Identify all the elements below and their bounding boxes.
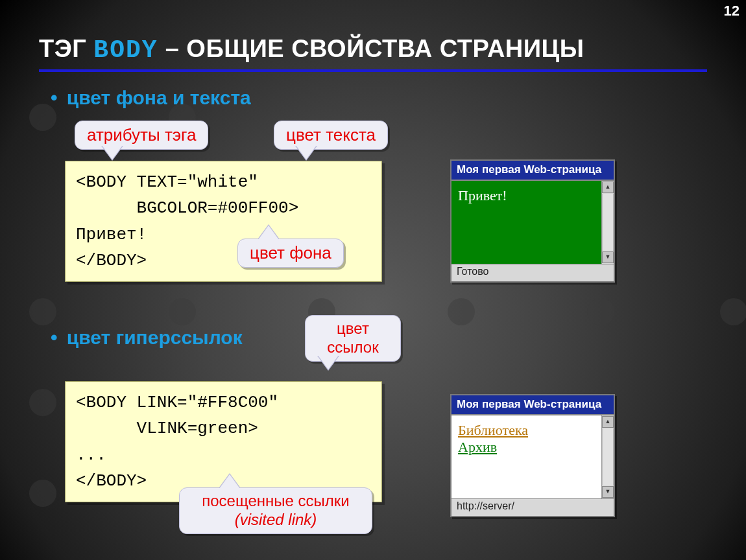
callout-vlink-l2: (visited link) xyxy=(191,511,360,530)
preview2-link1[interactable]: Библиотека xyxy=(458,422,595,439)
slide-title: ТЭГ BODY – ОБЩИЕ СВОЙСТВА СТРАНИЦЫ xyxy=(39,35,707,72)
preview-window-1: Моя первая Web-страница Привет! ▲ ▼ Гото… xyxy=(450,159,615,283)
scrollbar[interactable]: ▲ ▼ xyxy=(601,415,614,498)
bullet-bg-text: цвет фона и текста xyxy=(51,87,251,109)
preview2-link2[interactable]: Архив xyxy=(458,439,595,456)
preview2-titlebar: Моя первая Web-страница xyxy=(451,395,614,414)
scrollbar[interactable]: ▲ ▼ xyxy=(601,181,614,264)
title-body-word: BODY xyxy=(93,36,158,64)
scroll-track xyxy=(602,428,614,485)
scroll-down-icon[interactable]: ▼ xyxy=(602,251,614,263)
callout-bg-color: цвет фона xyxy=(237,239,344,268)
callout-text-color: цвет текста xyxy=(274,121,388,150)
callout-attributes-text: атрибуты тэга xyxy=(87,125,196,145)
callout-link-color: цвет ссылок xyxy=(305,315,401,362)
bullet-hyperlinks: цвет гиперссылок xyxy=(51,327,243,349)
callout-link-color-l1: цвет xyxy=(317,320,389,338)
callout-attributes: атрибуты тэга xyxy=(75,121,208,150)
callout-bg-color-text: цвет фона xyxy=(250,243,331,262)
scroll-up-icon[interactable]: ▲ xyxy=(602,416,614,428)
preview1-viewport: Привет! ▲ ▼ xyxy=(451,180,614,264)
preview2-status: http://server/ xyxy=(451,498,614,516)
scroll-up-icon[interactable]: ▲ xyxy=(602,181,614,193)
callout-text-color-text: цвет текста xyxy=(286,125,376,145)
slide-body-tag: 12 ТЭГ BODY – ОБЩИЕ СВОЙСТВА СТРАНИЦЫ цв… xyxy=(0,0,746,560)
preview1-content: Привет! xyxy=(451,181,601,264)
callout-link-color-l2: ссылок xyxy=(317,338,389,357)
preview1-titlebar: Моя первая Web-страница xyxy=(451,161,614,180)
scroll-track xyxy=(602,194,614,251)
callout-vlink-l1: посещенные ссылки xyxy=(191,492,360,511)
preview1-status: Готово xyxy=(451,264,614,281)
title-prefix: ТЭГ xyxy=(39,35,93,62)
scroll-down-icon[interactable]: ▼ xyxy=(602,486,614,498)
page-number: 12 xyxy=(724,3,740,19)
callout-vlink: посещенные ссылки (visited link) xyxy=(179,487,372,534)
preview2-viewport: Библиотека Архив ▲ ▼ xyxy=(451,414,614,498)
title-suffix: – ОБЩИЕ СВОЙСТВА СТРАНИЦЫ xyxy=(158,35,584,62)
preview2-content: Библиотека Архив xyxy=(451,415,601,498)
preview-window-2: Моя первая Web-страница Библиотека Архив… xyxy=(450,394,615,517)
